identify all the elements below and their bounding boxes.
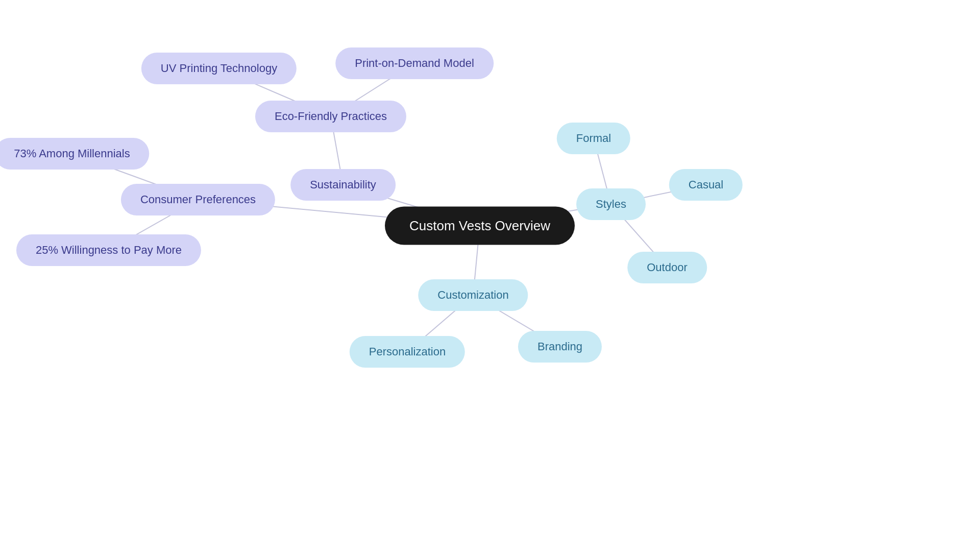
- svg-line-5: [72, 154, 198, 200]
- svg-line-8: [594, 138, 611, 204]
- svg-line-1: [331, 116, 343, 185]
- svg-line-11: [473, 226, 480, 295]
- svg-line-9: [611, 185, 706, 204]
- svg-line-7: [480, 204, 611, 226]
- svg-line-13: [473, 295, 560, 347]
- svg-line-12: [407, 295, 473, 352]
- svg-line-6: [109, 200, 198, 250]
- mindmap-canvas: [0, 0, 980, 553]
- svg-line-3: [331, 63, 414, 116]
- svg-line-10: [611, 204, 667, 268]
- svg-line-2: [219, 68, 331, 116]
